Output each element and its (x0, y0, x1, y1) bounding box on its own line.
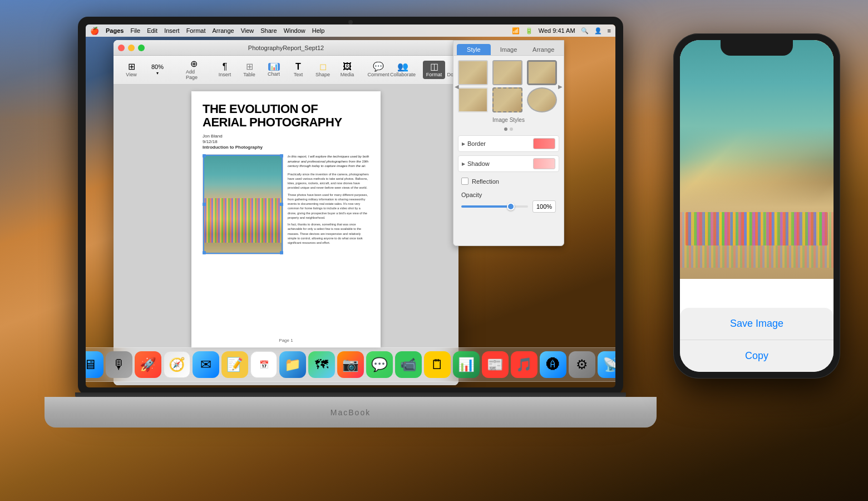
opacity-slider[interactable] (461, 205, 528, 208)
dock-mail[interactable]: ✉ (193, 351, 219, 378)
chart-label: Chart (268, 71, 280, 77)
iphone-notch (721, 40, 793, 56)
page-number: Page 1 (279, 338, 293, 343)
add-page-button[interactable]: ⊕ Add Page (183, 58, 205, 82)
window-controls (118, 45, 145, 51)
dot-2 (510, 127, 513, 131)
format-button[interactable]: ◫ Format (423, 61, 445, 79)
dock-maps[interactable]: 🗺 (308, 351, 335, 378)
media-label: Media (341, 72, 354, 77)
comment-button[interactable]: 💬 Comment (367, 61, 389, 79)
menubar-arrange[interactable]: Arrange (212, 27, 234, 34)
image-style-2[interactable] (492, 60, 522, 85)
minimize-button[interactable] (128, 45, 135, 51)
shape-button[interactable]: ◻ Shape (312, 61, 334, 79)
macbook-camera (348, 20, 353, 24)
dock-calendar[interactable]: 📅 (250, 351, 277, 378)
menubar-file[interactable]: File (130, 27, 140, 34)
collaborate-label: Collaborate (390, 72, 416, 77)
media-button[interactable]: 🖼 Media (336, 61, 358, 79)
save-image-button[interactable]: Save Image (680, 308, 834, 340)
close-button[interactable] (118, 45, 125, 51)
insert-button[interactable]: ¶ Insert (214, 61, 236, 79)
dot-1 (504, 127, 507, 131)
macbook: 🍎 Pages File Edit Insert Format Arrange … (45, 17, 657, 473)
menubar-insert[interactable]: Insert (164, 27, 180, 34)
search-icon[interactable]: 🔍 (581, 27, 589, 35)
view-button[interactable]: ⊞ View (120, 61, 142, 79)
shadow-color-swatch[interactable] (533, 158, 555, 169)
tab-style[interactable]: Style (457, 44, 491, 55)
image-style-1[interactable] (458, 60, 488, 85)
dock-messages[interactable]: 💬 (366, 351, 393, 378)
wifi-icon: 📶 (512, 27, 520, 35)
list-icon[interactable]: ≡ (608, 27, 611, 34)
copy-button[interactable]: Copy (680, 340, 834, 372)
panel-content: ◀ (453, 56, 564, 219)
image-style-4[interactable] (458, 87, 488, 112)
collaborate-button[interactable]: 👥 Collaborate (392, 61, 414, 79)
add-page-label: Add Page (186, 69, 201, 80)
border-row[interactable]: ▶ Border (458, 135, 559, 152)
dock-appstore[interactable]: 🅐 (540, 351, 566, 378)
page-title: THE EVOLUTION OFAERIAL PHOTOGRAPHY (203, 102, 369, 129)
text-label: Text (294, 72, 303, 77)
apple-menu[interactable]: 🍎 (90, 27, 99, 35)
tab-image[interactable]: Image (492, 44, 526, 55)
dock-news[interactable]: 📰 (482, 351, 509, 378)
menubar-help[interactable]: Help (312, 27, 325, 34)
tab-arrange[interactable]: Arrange (526, 44, 560, 55)
opacity-value[interactable]: 100% (532, 200, 556, 213)
image-styles-prev[interactable]: ◀ (455, 84, 459, 90)
image-style-3[interactable] (527, 60, 557, 85)
image-style-5[interactable] (492, 87, 522, 112)
shadow-section: ▶ Shadow (458, 155, 559, 172)
page-image[interactable] (203, 154, 283, 254)
view-icon: ⊞ (128, 62, 135, 71)
insert-label: Insert (219, 72, 231, 77)
table-button[interactable]: ⊞ Table (238, 61, 260, 79)
text-button[interactable]: T Text (287, 61, 309, 79)
body-para-3: In fact, thanks to drones, something tha… (288, 222, 369, 245)
image-styles-label: Image Styles (458, 117, 559, 123)
menubar-view[interactable]: View (241, 27, 254, 34)
chart-button[interactable]: 📊 Chart (263, 61, 285, 78)
page-subtitle: Introduction to Photography (203, 145, 369, 150)
menubar-share[interactable]: Share (260, 27, 277, 34)
zoom-button[interactable]: 80% ▾ (144, 62, 171, 77)
dock-notes[interactable]: 📝 (221, 351, 248, 378)
menubar-format[interactable]: Format (186, 27, 206, 34)
panel-dots (458, 127, 559, 131)
opacity-slider-thumb[interactable] (507, 203, 515, 210)
dock-airdrop[interactable]: 📡 (598, 351, 615, 378)
reflection-checkbox[interactable] (461, 178, 468, 185)
border-color-swatch[interactable] (533, 138, 555, 149)
dock-siri[interactable]: 🎙 (106, 351, 132, 378)
dock-music[interactable]: 🎵 (511, 351, 537, 378)
dock-launchpad[interactable]: 🚀 (135, 351, 161, 378)
dock-photos[interactable]: 📷 (337, 351, 364, 378)
menubar-edit[interactable]: Edit (147, 27, 157, 34)
image-styles-next[interactable]: ▶ (558, 84, 563, 90)
format-panel: Style Image Arrange ◀ (453, 40, 564, 246)
page-content: In this report, I will explore the techn… (203, 154, 369, 254)
dock-facetime[interactable]: 📹 (395, 351, 422, 378)
dock-settings[interactable]: ⚙ (569, 351, 595, 378)
dock-finder[interactable]: 🖥 (86, 351, 103, 378)
dock-numbers[interactable]: 📊 (453, 351, 480, 378)
image-style-6[interactable] (527, 87, 557, 112)
dock-notes2[interactable]: 🗒 (424, 351, 451, 378)
iphone-action-sheet: Save Image Copy (680, 308, 834, 372)
maximize-button[interactable] (138, 45, 145, 51)
shadow-row[interactable]: ▶ Shadow (458, 155, 559, 172)
macbook-screen-inner: 🍎 Pages File Edit Insert Format Arrange … (86, 24, 615, 387)
iphone-screen: Save Image Copy (680, 40, 834, 372)
menubar-window[interactable]: Window (284, 27, 305, 34)
dock-files[interactable]: 📁 (279, 351, 306, 378)
dock-safari[interactable]: 🧭 (164, 351, 190, 378)
page: THE EVOLUTION OFAERIAL PHOTOGRAPHY Jon B… (191, 91, 381, 347)
menubar-pages[interactable]: Pages (106, 27, 124, 34)
opacity-row: 100% (461, 200, 556, 213)
border-section: ▶ Border (458, 135, 559, 152)
user-icon[interactable]: 👤 (594, 27, 602, 35)
